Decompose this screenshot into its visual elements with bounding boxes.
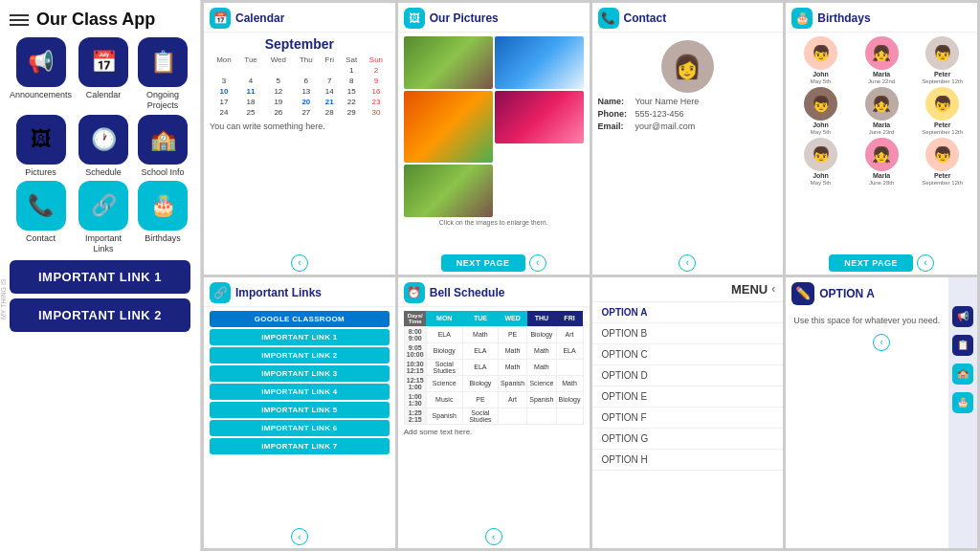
icon-cell-links[interactable]: 🔗 Important Links [76,181,131,254]
menu-arrow[interactable]: ‹ [771,282,775,296]
icon-cell-school[interactable]: 🏫 School Info [135,115,190,178]
bell-cell: Biology [556,391,583,408]
pictures-note: Click on the images to enlarge them. [404,219,584,226]
menu-item-option-a[interactable]: OPTION A [592,302,784,323]
link-6[interactable]: IMPORTANT LINK 6 [210,420,390,436]
cal-day: 1 [340,65,363,76]
link-3[interactable]: IMPORTANT LINK 3 [210,365,390,382]
calendar-label: Calendar [86,90,122,100]
menu-item-option-h[interactable]: OPTION H [592,450,784,471]
bell-cell: Math [527,342,556,359]
icon-cell-birthdays[interactable]: 🎂 Birthdays [135,181,190,254]
picture-item[interactable] [404,165,493,217]
bell-fri-header: FRI [556,311,583,327]
announcements-label: Announcements [10,90,72,100]
cal-day: 18 [238,97,263,107]
picture-thumbnail [404,165,493,217]
birthdays-grid: 👦 John May 5th 👧 Maria June 22nd 👦 Peter… [791,36,971,186]
pictures-icon: 🖼 [16,115,66,165]
birthday-date: May 5th [811,78,831,84]
cal-day: 10 [210,86,238,97]
contact-panel-title: Contact [624,11,667,25]
birthdays-prev-arrow[interactable]: ‹ [917,254,934,272]
pictures-prev-arrow[interactable]: ‹ [529,254,546,272]
link-1[interactable]: IMPORTANT LINK 1 [210,329,390,345]
picture-item[interactable] [495,36,584,89]
icon-cell-ongoing[interactable]: 📋 Ongoing Projects [135,37,190,111]
links-footer: ‹ [204,525,395,548]
icon-cell-pictures[interactable]: 🖼 Pictures [10,115,72,178]
hamburger-menu[interactable] [10,14,29,26]
bell-note: Add some text here. [404,428,584,436]
bell-cell: PE [462,391,498,408]
important-link-1-button[interactable]: IMPORTANT LINK 1 [10,260,190,294]
birthdays-panel-title: Birthdays [817,11,870,25]
cal-fri: Fri [319,55,340,65]
birthday-item: 👧 Maria June 23rd [853,87,911,135]
cal-day: 9 [363,76,390,86]
picture-item[interactable] [404,91,493,163]
birthday-avatar: 👦 [804,36,837,70]
bell-cell [556,408,583,424]
birthday-item: 👦 Peter September 12th [913,36,971,84]
icon-cell-contact[interactable]: 📞 Contact [10,181,72,254]
birthday-name: Maria [873,172,890,179]
picture-item[interactable] [495,91,584,143]
birthday-avatar: 👦 [804,87,837,121]
icon-cell-schedule[interactable]: 🕐 Schedule [76,115,131,178]
birthday-date: September 12th [922,78,963,84]
menu-item-option-b[interactable]: OPTION B [592,323,784,344]
cal-day [319,65,340,76]
icon-cell-calendar[interactable]: 📅 Calendar [76,37,131,111]
contact-email-value: your@mail.com [635,121,696,131]
icon-cell-announcements[interactable]: 📢 Announcements [10,37,72,111]
bell-cell: Math [498,342,526,359]
contact-content: 👩 Name: Your Name Here Phone: 555-123-45… [592,33,784,252]
bell-prev-arrow[interactable]: ‹ [485,528,502,545]
cal-tue: Tue [238,55,263,65]
bell-time: 8:009:00 [404,326,426,342]
icon-grid: 📢 Announcements 📅 Calendar 📋 Ongoing Pro… [10,37,190,254]
cal-day: 11 [238,86,263,97]
important-link-2-button[interactable]: IMPORTANT LINK 2 [10,298,190,332]
birthday-name: John [813,172,829,179]
menu-item-option-f[interactable]: OPTION F [592,408,784,429]
cal-day: 16 [363,86,390,97]
menu-item-option-c[interactable]: OPTION C [592,344,784,365]
option-a-prev-arrow[interactable]: ‹ [873,334,890,351]
birthdays-panel: 🎂 Birthdays 👦 John May 5th 👧 Maria June … [786,3,977,275]
menu-item-option-e[interactable]: OPTION E [592,386,784,408]
cal-thu: Thu [293,55,319,65]
pictures-next-button[interactable]: NEXT PAGE [441,254,525,272]
birthday-item: 👦 John May 5th [791,87,850,135]
menu-item-option-d[interactable]: OPTION D [592,365,784,386]
menu-item-option-g[interactable]: OPTION G [592,429,784,450]
picture-item[interactable] [404,36,493,89]
side-label: MY THING IS [0,279,7,320]
contact-prev-arrow[interactable]: ‹ [679,254,696,272]
option-a-title: OPTION A [819,287,875,300]
bell-cell: ELA [426,326,462,342]
cal-day: 28 [319,107,340,118]
links-icon: 🔗 [78,181,128,231]
cal-sat: Sat [340,55,363,65]
calendar-prev-arrow[interactable]: ‹ [291,254,308,272]
link-7[interactable]: IMPORTANT LINK 7 [210,438,390,454]
cal-day [263,65,293,76]
link-5[interactable]: IMPORTANT LINK 5 [210,402,390,418]
bell-cell: Spanish [498,375,526,391]
bell-cell [527,408,556,424]
birthday-avatar: 👦 [925,87,959,121]
links-prev-arrow[interactable]: ‹ [291,528,308,545]
links-panel-header: 🔗 Important Links [204,277,395,307]
bell-cell: ELA [462,359,498,375]
link-2[interactable]: IMPORTANT LINK 2 [210,347,390,364]
bell-cell [498,408,526,424]
birthdays-next-button[interactable]: NEXT PAGE [829,254,913,272]
contact-name-field: Name: Your Name Here [598,97,778,106]
link-4[interactable]: IMPORTANT LINK 4 [210,384,390,400]
birthdays-label: Birthdays [145,233,181,244]
contact-name-label: Name: [598,97,632,106]
birthday-date: June 23rd [869,129,895,135]
google-classroom-link[interactable]: GOOGLE CLASSROOM [210,311,390,327]
